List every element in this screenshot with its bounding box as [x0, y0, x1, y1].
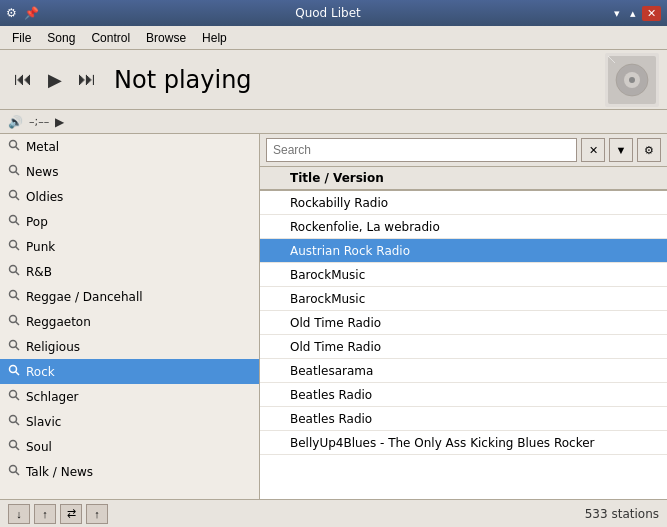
svg-point-14	[10, 241, 17, 248]
search-clear-button[interactable]: ✕	[581, 138, 605, 162]
row-title: Beatlesarama	[284, 364, 667, 378]
row-title: Beatles Radio	[284, 388, 667, 402]
menu-item-browse[interactable]: Browse	[138, 29, 194, 47]
titlebar-controls: ▾ ▴ ✕	[610, 6, 661, 21]
sidebar-item-religious[interactable]: Religious	[0, 334, 259, 359]
table-row[interactable]: Beatles Radio	[260, 407, 667, 431]
svg-point-12	[10, 216, 17, 223]
main-content: MetalNewsOldiesPopPunkR&BReggae / Danceh…	[0, 134, 667, 499]
svg-line-17	[16, 272, 20, 276]
sidebar-item-soul[interactable]: Soul	[0, 434, 259, 459]
time-display: –;––	[29, 115, 49, 128]
search-icon	[8, 339, 20, 354]
dropdown-btn[interactable]: ▾	[610, 6, 624, 21]
now-playing-label: Not playing	[114, 66, 601, 94]
sidebar-item-metal[interactable]: Metal	[0, 134, 259, 159]
sidebar-item-rock[interactable]: Rock	[0, 359, 259, 384]
table-row[interactable]: Rockenfolie, La webradio	[260, 215, 667, 239]
volume-icon[interactable]: 🔊	[8, 115, 23, 129]
svg-point-18	[10, 291, 17, 298]
row-title: BarockMusic	[284, 292, 667, 306]
svg-line-19	[16, 297, 20, 301]
volbar: 🔊 –;–– ▶	[0, 110, 667, 134]
statusbar-left: ↓ ↑ ⇄ ↑	[8, 504, 108, 524]
search-filter-button[interactable]: ▼	[609, 138, 633, 162]
menu-item-control[interactable]: Control	[83, 29, 138, 47]
row-title: Old Time Radio	[284, 316, 667, 330]
sidebar-item-reggae-dancehall[interactable]: Reggae / Dancehall	[0, 284, 259, 309]
menu-item-help[interactable]: Help	[194, 29, 235, 47]
th-title: Title / Version	[284, 169, 667, 187]
sidebar-item-oldies[interactable]: Oldies	[0, 184, 259, 209]
album-art	[605, 53, 659, 107]
pin-icon: 📌	[24, 6, 38, 20]
sidebar-item-label: Punk	[26, 240, 55, 254]
table-row[interactable]: Beatlesarama	[260, 359, 667, 383]
sidebar-item-label: Pop	[26, 215, 48, 229]
svg-point-4	[629, 77, 635, 83]
search-icon	[8, 389, 20, 404]
titlebar: ⚙ 📌 Quod Libet ▾ ▴ ✕	[0, 0, 667, 26]
search-icon	[8, 264, 20, 279]
row-title: Rockabilly Radio	[284, 196, 667, 210]
table-row[interactable]: Old Time Radio	[260, 311, 667, 335]
sidebar-item-label: Religious	[26, 340, 80, 354]
table-row[interactable]: BarockMusic	[260, 263, 667, 287]
sidebar-item-news[interactable]: News	[0, 159, 259, 184]
sidebar-item-reggaeton[interactable]: Reggaeton	[0, 309, 259, 334]
table-row[interactable]: Rockabilly Radio	[260, 191, 667, 215]
menu-item-file[interactable]: File	[4, 29, 39, 47]
svg-line-15	[16, 247, 20, 251]
svg-line-23	[16, 347, 20, 351]
searchbar: ✕ ▼ ⚙	[260, 134, 667, 167]
sidebar-item-r-b[interactable]: R&B	[0, 259, 259, 284]
sidebar-item-label: Slavic	[26, 415, 61, 429]
search-icon	[8, 189, 20, 204]
sidebar-item-label: R&B	[26, 265, 52, 279]
play-button[interactable]: ▶	[42, 65, 68, 95]
search-icon	[8, 439, 20, 454]
menubar: FileSongControlBrowseHelp	[0, 26, 667, 50]
prev-button[interactable]: ⏮	[8, 65, 38, 94]
table-row[interactable]: BellyUp4Blues - The Only Ass Kicking Blu…	[260, 431, 667, 455]
table-row[interactable]: Austrian Rock Radio	[260, 239, 667, 263]
svg-point-28	[10, 416, 17, 423]
sidebar-item-label: Metal	[26, 140, 59, 154]
svg-point-8	[10, 166, 17, 173]
svg-line-13	[16, 222, 20, 226]
th-check	[260, 169, 284, 187]
svg-line-21	[16, 322, 20, 326]
svg-point-10	[10, 191, 17, 198]
row-title: Beatles Radio	[284, 412, 667, 426]
titlebar-title: Quod Libet	[46, 6, 610, 20]
table-row[interactable]: Beatles Radio	[260, 383, 667, 407]
transport: ⏮ ▶ ⏭ Not playing	[0, 50, 667, 110]
svg-line-7	[16, 147, 20, 151]
sidebar-item-label: Talk / News	[26, 465, 93, 479]
search-settings-button[interactable]: ⚙	[637, 138, 661, 162]
sidebar-item-slavic[interactable]: Slavic	[0, 409, 259, 434]
row-title: Old Time Radio	[284, 340, 667, 354]
sidebar-item-pop[interactable]: Pop	[0, 209, 259, 234]
sidebar-item-punk[interactable]: Punk	[0, 234, 259, 259]
svg-point-24	[10, 366, 17, 373]
status-btn-1[interactable]: ↓	[8, 504, 30, 524]
sidebar-item-schlager[interactable]: Schlager	[0, 384, 259, 409]
minimize-btn[interactable]: ▴	[626, 6, 640, 21]
menu-item-song[interactable]: Song	[39, 29, 83, 47]
close-btn[interactable]: ✕	[642, 6, 661, 21]
sidebar-item-label: Reggaeton	[26, 315, 91, 329]
arrow-btn[interactable]: ▶	[55, 115, 64, 129]
search-icon	[8, 139, 20, 154]
table-row[interactable]: BarockMusic	[260, 287, 667, 311]
status-btn-3[interactable]: ⇄	[60, 504, 82, 524]
status-btn-2[interactable]: ↑	[34, 504, 56, 524]
sidebar-item-talk-news[interactable]: Talk / News	[0, 459, 259, 484]
next-button[interactable]: ⏭	[72, 65, 102, 94]
search-icon	[8, 414, 20, 429]
row-title: BellyUp4Blues - The Only Ass Kicking Blu…	[284, 436, 667, 450]
status-btn-4[interactable]: ↑	[86, 504, 108, 524]
sidebar-item-label: Rock	[26, 365, 55, 379]
search-input[interactable]	[266, 138, 577, 162]
table-row[interactable]: Old Time Radio	[260, 335, 667, 359]
